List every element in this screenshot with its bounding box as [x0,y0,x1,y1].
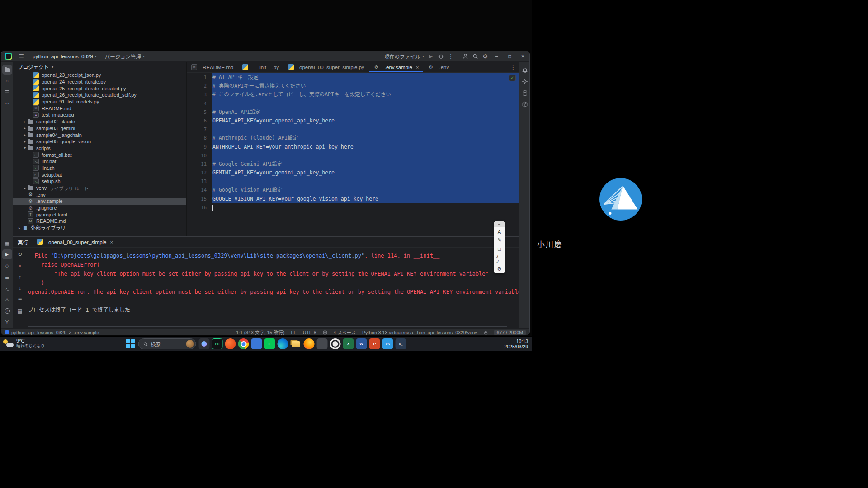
taskbar-app-word[interactable]: W [356,338,367,349]
taskbar-app-brave[interactable] [225,338,236,349]
tree-row[interactable]: ▸sample03_gemini [13,125,186,132]
tree-row[interactable]: openai_25_receipt_iterate_detailed.py [13,85,186,92]
up-stack-trace-icon[interactable]: ↑ [16,273,24,281]
taskbar-app-edge[interactable] [278,338,288,349]
taskbar-app-firefox[interactable] [304,338,315,349]
taskbar-app-pycharm[interactable]: PC [212,338,223,349]
annotation-settings-gear-icon[interactable]: ⚙ [494,265,505,273]
tab-options-icon[interactable]: ⋮ [508,62,519,72]
editor-body[interactable]: 1# AI APIキー設定 2# 実際のAPIキーに置き換えてください 3# こ… [187,73,519,236]
breadcrumb-project[interactable]: python_api_lessons_0329 [11,330,66,335]
project-tool-icon[interactable] [2,65,12,75]
tree-row[interactable]: ▸外部ライブラリ [13,225,186,231]
debug-button[interactable] [436,53,446,59]
interpreter-widget[interactable]: Python 3.13 virtualenv a...hon_api_lesso… [362,330,477,335]
annotation-pen-tool[interactable]: ✎ [494,236,505,244]
commit-tool-icon[interactable]: ○ [2,76,12,86]
taskbar-app-utility[interactable] [317,338,328,349]
caret-position-widget[interactable]: 1:1 (343 文字, 15 改行) [236,329,284,335]
taskbar-app-powershell[interactable]: >_ [396,338,406,349]
database-tool-icon[interactable] [520,88,530,98]
taskbar-app-obs[interactable] [330,338,341,349]
more-tools-icon[interactable]: ⋯ [2,99,12,108]
tab-init[interactable]: __init__.py [238,62,283,72]
annotation-text-tool[interactable]: A [494,227,505,236]
line-separator-widget[interactable]: LF [291,330,297,335]
run-tab[interactable]: openai_00_super_simple × [34,237,116,247]
structure-tool-icon[interactable]: ☰ [2,87,12,97]
vcs-widget[interactable]: バージョン管理 ▾ [103,52,146,61]
traceback-file-link[interactable]: "D:\projects\galapagos_lessons\python_ap… [51,253,365,259]
problems-tool-icon[interactable]: ⚠ [2,295,12,305]
status-breadcrumb[interactable]: python_api_lessons_0329 > .env.sample [5,330,99,335]
chevron-right-icon[interactable]: ▸ [22,126,28,130]
tab-openai-00-super-simple[interactable]: openai_00_super_simple.py [283,62,369,72]
chevron-right-icon[interactable]: ▸ [22,140,28,144]
version-control-tool-icon[interactable]: Y [2,317,12,327]
start-button[interactable] [126,339,136,349]
annotation-shape-tool[interactable]: □ [494,244,505,253]
ai-assistant-icon[interactable] [520,77,530,87]
tree-row[interactable]: openai_91_list_models.py [13,99,186,105]
close-icon[interactable]: × [110,239,113,245]
rerun-icon[interactable]: ↻ [16,250,24,258]
tree-row[interactable]: README.md [13,105,186,112]
run-button[interactable]: ▶ [426,54,436,59]
taskbar-search[interactable]: 検索 [138,338,196,349]
terminal-tool-icon[interactable]: >_ [2,283,12,293]
indent-widget[interactable]: 4 スペース [334,329,356,335]
structure-bottom-tool-icon[interactable]: ≣ [2,272,12,282]
search-everywhere-icon[interactable] [470,53,480,59]
tree-row[interactable]: .gitignore [13,205,186,211]
stop-icon[interactable]: ■ [16,262,24,270]
taskbar-app-copilot[interactable] [199,338,210,349]
clear-console-icon[interactable]: ▤ [16,307,24,315]
taskbar-app-line[interactable]: L [264,338,275,349]
globe-icon[interactable] [323,330,327,335]
window-close-button[interactable]: × [516,51,529,62]
search-highlight-thumbnail[interactable] [186,340,194,348]
python-packages-tool-icon[interactable]: ▦ [2,238,12,248]
tab-env-sample-active[interactable]: .env.sample× [369,62,424,72]
tree-row[interactable]: pyproject.toml [13,211,186,218]
taskbar-app-calculator[interactable]: = [251,338,262,349]
run-config-widget[interactable]: 現在のファイル ▾ [382,52,426,61]
tree-row[interactable]: setup.bat [13,171,186,178]
tree-row[interactable]: ▸sample05_google_vision [13,138,186,145]
services-tool-icon[interactable]: ◇ [2,261,12,271]
weather-widget[interactable]: 9°C 晴れのちくもり [3,338,45,349]
encoding-widget[interactable]: UTF-8 [303,330,316,335]
tree-row[interactable]: format_all.bat [13,151,186,158]
chevron-right-icon[interactable]: ▸ [17,226,22,230]
run-tool-icon[interactable]: ▶ [2,249,12,259]
chevron-right-icon[interactable]: ▸ [22,133,28,137]
taskbar-app-powerpoint[interactable]: P [369,338,380,349]
close-icon[interactable]: × [416,65,419,70]
taskbar-app-explorer[interactable] [291,338,302,349]
chevron-right-icon[interactable]: ▸ [22,120,28,124]
tree-row[interactable]: setup.sh [13,178,186,185]
tree-row[interactable]: lint.bat [13,158,186,165]
taskbar-app-chrome[interactable] [238,338,249,349]
tree-row[interactable]: .env [13,191,186,198]
tree-row[interactable]: openai_24_receipt_iterate.py [13,79,186,85]
taskbar-app-vscode[interactable]: VS [382,338,393,349]
tree-row-selected[interactable]: .env.sample [13,198,186,205]
window-minimize-button[interactable]: − [490,51,503,62]
settings-gear-icon[interactable]: ⚙ [480,53,490,60]
tree-row[interactable]: ▾scripts [13,145,186,152]
tab-env[interactable]: .env [423,62,453,72]
tree-row[interactable]: ▸venvライブラリ ルート [13,185,186,192]
project-widget[interactable]: python_api_lessons_0329 ▾ [31,52,99,61]
memory-indicator[interactable]: 677 / 2900M [494,330,526,335]
tree-row[interactable]: openai_23_receipt_json.py [13,72,186,79]
tab-readme[interactable]: README.md [187,62,238,72]
console-horizontal-scrollbar[interactable] [28,326,507,327]
annotation-toggle[interactable]: オフ [494,253,500,265]
more-actions-icon[interactable]: ⋮ [446,53,456,60]
window-maximize-button[interactable]: □ [503,51,516,62]
todo-tool-icon[interactable]: i [2,306,12,316]
taskbar-clock[interactable]: 10:13 2025/03/29 [504,338,528,349]
dependencies-tool-icon[interactable] [520,99,530,109]
tree-row[interactable]: ▸sample04_langchain [13,131,186,138]
